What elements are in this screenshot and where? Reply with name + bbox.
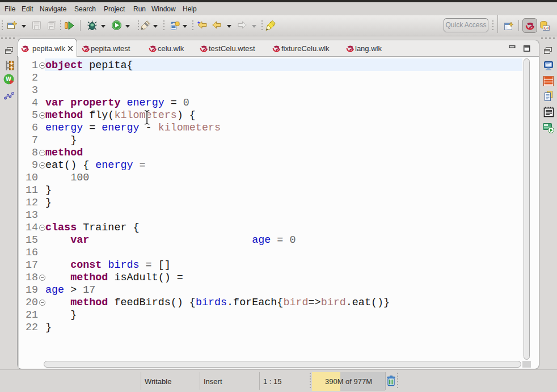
svg-text:W: W bbox=[6, 76, 11, 82]
svg-text:GIT: GIT bbox=[544, 26, 550, 30]
